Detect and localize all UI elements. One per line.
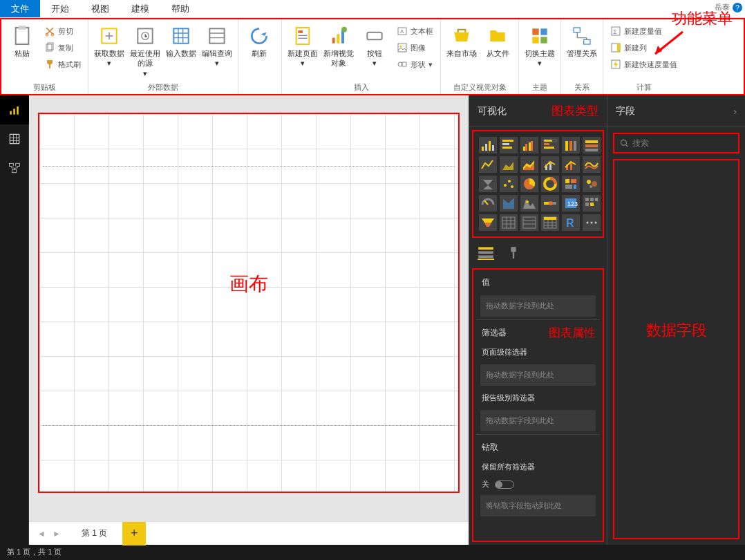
drillthrough-section: 钻取: [476, 438, 600, 458]
menu-tab-file[interactable]: 文件: [0, 0, 40, 17]
new-column-button[interactable]: 新建列: [607, 40, 680, 55]
fields-panel-title: 字段: [616, 105, 635, 118]
page-filters-well[interactable]: 拖动数据字段到此处: [480, 364, 596, 386]
viz-multi-card-icon[interactable]: [583, 195, 601, 212]
page-add-button[interactable]: +: [122, 522, 146, 545]
rail-report-view[interactable]: [0, 95, 29, 124]
svg-rect-88: [590, 198, 594, 201]
image-button[interactable]: 图像: [394, 40, 436, 55]
report-canvas[interactable]: 画布: [38, 113, 460, 493]
viz-more-icon[interactable]: [583, 214, 601, 231]
format-painter-button[interactable]: 格式刷: [41, 57, 84, 72]
copy-button[interactable]: 复制: [41, 40, 84, 55]
button-dropdown[interactable]: 按钮▾: [358, 24, 391, 68]
report-filters-label: 报告级别筛选器: [476, 389, 600, 407]
right-panels: 可视化 图表类型 123R 值 拖动数据字段到此处 筛选器 图表属性 页面级筛选…: [469, 95, 745, 545]
svg-point-70: [508, 180, 511, 183]
format-tab-icon[interactable]: [505, 246, 522, 260]
fields-list[interactable]: 数据字段: [613, 159, 739, 539]
help-icon[interactable]: ?: [733, 3, 742, 12]
page-next-icon[interactable]: ►: [50, 527, 64, 541]
from-marketplace-button[interactable]: 来自市场: [445, 24, 478, 58]
svg-point-24: [398, 62, 402, 66]
drillthrough-well[interactable]: 将钻取字段拖动到此处: [480, 495, 596, 516]
from-file-button[interactable]: 从文件: [481, 24, 514, 58]
svg-rect-37: [10, 111, 12, 115]
svg-point-23: [400, 46, 402, 48]
viz-gauge-icon[interactable]: [479, 195, 497, 212]
enter-data-button[interactable]: 输入数据: [164, 24, 198, 58]
menu-tab-modeling[interactable]: 建模: [120, 0, 160, 17]
viz-line-bar-icon[interactable]: [541, 156, 559, 173]
fields-search-input[interactable]: [632, 138, 733, 148]
viz-funnel-icon[interactable]: [479, 214, 497, 231]
svg-text:123: 123: [567, 200, 578, 207]
edit-queries-button[interactable]: 编辑查询▾: [200, 24, 234, 68]
status-bar: 第 1 页，共 1 页: [0, 545, 745, 560]
viz-line-bar2-icon[interactable]: [562, 156, 580, 173]
paste-button[interactable]: 粘贴: [6, 24, 39, 58]
viz-100-bar-icon[interactable]: [562, 137, 580, 153]
viz-line-icon[interactable]: [479, 156, 497, 173]
menu-tab-home[interactable]: 开始: [40, 0, 80, 17]
rail-model-view[interactable]: [0, 153, 29, 183]
svg-point-97: [587, 222, 589, 224]
new-page-button[interactable]: 新建页面▾: [286, 24, 319, 68]
report-filters-well[interactable]: 拖动数据字段到此处: [480, 410, 596, 431]
viz-filled-map-icon[interactable]: [500, 195, 518, 212]
svg-rect-103: [511, 248, 516, 252]
values-well[interactable]: 拖动数据字段到此处: [480, 295, 596, 317]
recent-sources-button[interactable]: 最近使用的源▾: [129, 24, 162, 78]
switch-theme-button[interactable]: 切换主题▾: [523, 24, 556, 68]
viz-kpi-icon[interactable]: [541, 195, 559, 212]
viz-table2-icon[interactable]: [520, 214, 538, 231]
viz-card-icon[interactable]: 123: [562, 195, 580, 212]
rail-data-view[interactable]: [0, 124, 29, 153]
cut-button[interactable]: 剪切: [41, 24, 84, 39]
viz-clustered-bar-icon[interactable]: [520, 137, 538, 153]
svg-rect-45: [485, 144, 487, 151]
keep-all-filters-toggle[interactable]: 关: [476, 476, 520, 492]
page-tab-1[interactable]: 第 1 页: [69, 523, 120, 543]
fields-tab-icon[interactable]: [478, 246, 494, 260]
chevron-right-icon[interactable]: ›: [733, 106, 737, 117]
viz-clustered-hbar-icon[interactable]: [541, 137, 559, 153]
annotation-chart-types: 图表类型: [551, 103, 598, 119]
shapes-button[interactable]: 形状▾: [394, 57, 436, 72]
viz-stacked-bar-icon[interactable]: [479, 137, 497, 153]
external-data-group-label: 外部数据: [148, 81, 178, 94]
svg-rect-35: [617, 44, 620, 52]
ribbon-group-custom-visuals: 来自市场 从文件 自定义视觉对象: [441, 19, 519, 94]
viz-bubble-icon[interactable]: [583, 176, 601, 192]
svg-text:Σ: Σ: [613, 28, 617, 35]
textbox-button[interactable]: A文本框: [394, 24, 436, 39]
new-visual-button[interactable]: 新增视觉对象: [322, 24, 355, 68]
viz-scatter-icon[interactable]: [500, 176, 518, 192]
get-data-button[interactable]: 获取数据▾: [93, 24, 126, 68]
viz-map-icon[interactable]: [520, 195, 538, 212]
menu-tab-help[interactable]: 帮助: [160, 0, 200, 17]
viz-donut-icon[interactable]: [541, 176, 559, 192]
refresh-button[interactable]: 刷新: [243, 24, 276, 58]
svg-rect-25: [402, 62, 406, 66]
viz-ribbon-icon[interactable]: [583, 156, 601, 173]
menu-tab-view[interactable]: 视图: [80, 0, 120, 17]
viz-r-visual-icon[interactable]: R: [562, 214, 580, 231]
viz-treemap-icon[interactable]: [562, 176, 580, 192]
viz-stacked-hbar-icon[interactable]: [500, 137, 518, 153]
viz-matrix-icon[interactable]: [541, 214, 559, 231]
viz-100-hbar-icon[interactable]: [583, 137, 601, 153]
new-measure-button[interactable]: Σ新建度量值: [607, 24, 680, 39]
ribbon-group-clipboard: 粘贴 剪切 复制 格式刷 剪贴板: [1, 19, 88, 94]
viz-waterfall-icon[interactable]: [479, 176, 497, 192]
viz-area-icon[interactable]: [500, 156, 518, 173]
svg-rect-89: [595, 198, 598, 201]
page-prev-icon[interactable]: ◄: [35, 527, 48, 541]
viz-table-icon[interactable]: [500, 214, 518, 231]
new-quick-measure-button[interactable]: 新建快速度量值: [607, 57, 680, 72]
svg-rect-57: [544, 143, 549, 145]
viz-stacked-area-icon[interactable]: [520, 156, 538, 173]
viz-pie-icon[interactable]: [520, 176, 538, 192]
svg-rect-95: [544, 217, 556, 220]
manage-relationships-button[interactable]: 管理关系: [565, 24, 598, 58]
